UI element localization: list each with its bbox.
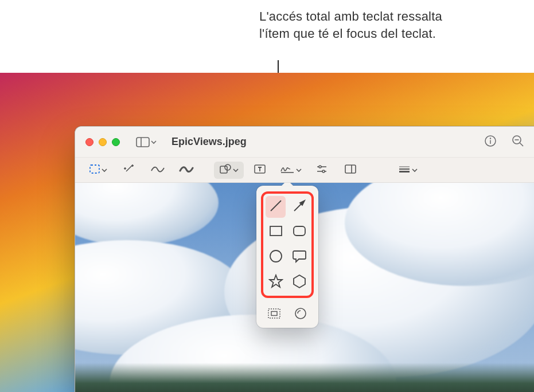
svg-rect-0 <box>137 138 149 147</box>
titlebar: EpicViews.jpeg <box>75 127 534 158</box>
chevron-down-icon <box>102 165 107 175</box>
arrow-icon <box>292 198 307 215</box>
speech-bubble-icon <box>292 249 307 265</box>
star-icon <box>268 274 283 291</box>
adjust-size-icon <box>344 164 357 177</box>
zoom-out-button[interactable] <box>507 132 529 152</box>
shapes-popover <box>256 186 318 328</box>
sliders-icon <box>315 164 328 177</box>
sign-tool-button[interactable] <box>276 162 306 179</box>
sketch-icon <box>150 164 165 177</box>
highlight-mask-icon <box>267 308 281 322</box>
shapes-popover-bottom <box>261 303 314 323</box>
svg-point-19 <box>319 166 321 168</box>
rect-icon <box>268 225 283 240</box>
line-icon <box>268 198 283 215</box>
image-canvas[interactable] <box>75 183 534 392</box>
polygon-shape-option[interactable] <box>289 272 309 293</box>
oval-shape-option[interactable] <box>266 246 286 268</box>
svg-rect-36 <box>271 312 277 316</box>
loupe-option[interactable] <box>290 306 311 323</box>
svg-line-9 <box>126 166 132 171</box>
svg-rect-35 <box>268 309 280 318</box>
preview-window: EpicViews.jpeg <box>75 126 534 392</box>
line-shape-option[interactable] <box>266 196 286 218</box>
chevron-down-icon <box>233 165 239 175</box>
sidebar-toggle-button[interactable] <box>136 137 157 147</box>
info-icon <box>484 135 497 150</box>
svg-marker-34 <box>294 275 305 288</box>
markup-toolbar <box>75 158 534 183</box>
svg-line-27 <box>271 201 281 211</box>
svg-line-6 <box>520 143 523 146</box>
selection-icon <box>89 164 100 177</box>
close-button[interactable] <box>85 138 93 146</box>
zoom-out-icon <box>512 135 524 150</box>
minimize-button[interactable] <box>99 138 107 146</box>
selection-tool-button[interactable] <box>83 162 113 179</box>
chevron-down-icon <box>151 139 157 145</box>
svg-point-37 <box>295 308 306 319</box>
cloud-decor <box>75 183 219 246</box>
traffic-lights <box>85 138 120 146</box>
loupe-icon <box>294 307 307 323</box>
instant-alpha-tool-button[interactable] <box>116 162 142 179</box>
round-rect-icon <box>292 225 307 240</box>
ground-decor <box>75 363 534 392</box>
fullscreen-button[interactable] <box>112 138 120 146</box>
svg-rect-30 <box>270 226 282 236</box>
signature-icon <box>280 164 295 177</box>
info-button[interactable] <box>480 132 501 152</box>
line-style-icon <box>398 165 411 175</box>
speech-bubble-shape-option[interactable] <box>289 246 309 268</box>
svg-rect-8 <box>90 165 99 173</box>
sketch-tool-button[interactable] <box>145 162 170 179</box>
svg-point-21 <box>322 170 325 173</box>
text-icon <box>254 164 266 177</box>
shapes-tool-button[interactable] <box>214 162 244 179</box>
svg-rect-22 <box>345 165 356 173</box>
draw-tool-button[interactable] <box>174 162 199 179</box>
arrow-shape-option[interactable] <box>289 196 309 218</box>
chevron-down-icon <box>412 165 418 175</box>
style-tool-button[interactable] <box>393 162 423 179</box>
text-tool-button[interactable] <box>247 162 272 179</box>
highlight-mask-option[interactable] <box>264 306 284 323</box>
round-rect-shape-option[interactable] <box>289 221 309 243</box>
star-shape-option[interactable] <box>266 272 286 293</box>
oval-icon <box>268 249 283 266</box>
draw-icon <box>179 164 194 177</box>
sidebar-icon <box>136 137 150 147</box>
svg-rect-31 <box>294 226 305 236</box>
shapes-icon <box>219 163 232 177</box>
wand-icon <box>123 163 135 177</box>
adjust-color-tool-button[interactable] <box>309 162 334 179</box>
window-title: EpicViews.jpeg <box>171 136 247 148</box>
keyboard-focus-highlight <box>261 191 314 298</box>
svg-point-32 <box>270 250 282 262</box>
hexagon-icon <box>292 274 307 291</box>
desktop-wallpaper: EpicViews.jpeg <box>0 73 534 392</box>
rect-shape-option[interactable] <box>266 221 286 243</box>
chevron-down-icon <box>296 165 302 175</box>
annotation-text: L'accés total amb teclat ressalta l'ítem… <box>259 8 443 42</box>
adjust-size-tool-button[interactable] <box>338 162 363 179</box>
svg-marker-33 <box>270 275 282 287</box>
svg-point-3 <box>490 138 491 139</box>
svg-point-15 <box>225 164 231 170</box>
